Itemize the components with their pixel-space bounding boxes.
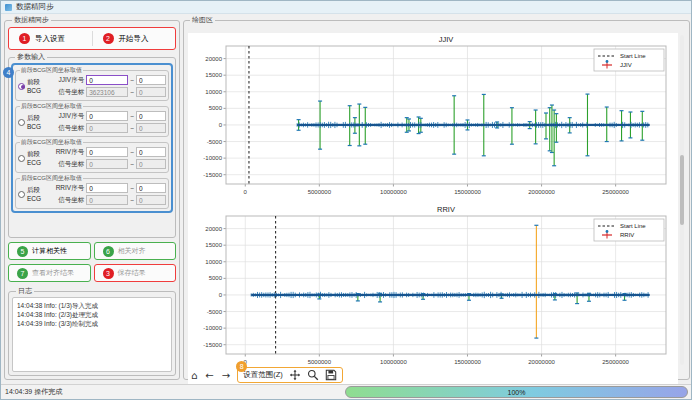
svg-text:Start Line: Start Line xyxy=(620,53,646,59)
svg-text:20000: 20000 xyxy=(205,226,222,232)
log-entry: 14:04:38 Info: (1/3)导入完成 xyxy=(17,301,167,310)
svg-text:-10000: -10000 xyxy=(203,155,222,161)
param-radio-3[interactable]: 前段ECG xyxy=(18,150,52,166)
param-input-from[interactable] xyxy=(86,183,128,193)
window-title: 数据精同步 xyxy=(16,2,54,12)
chart-jjiv: -15000-10000-500005000100001500020000050… xyxy=(188,33,676,203)
plot-area-title: 绘图区 xyxy=(190,15,215,25)
param-input-from[interactable] xyxy=(86,123,128,133)
save-icon[interactable] xyxy=(325,369,337,381)
radio-icon[interactable] xyxy=(18,191,25,198)
app-window: 数据精同步 数据精同步 1 导入设置 2 开始导入 参数输入 4 前段B xyxy=(0,0,692,400)
back-arrow-icon[interactable]: ← xyxy=(204,370,214,381)
svg-text:5000000: 5000000 xyxy=(308,359,332,365)
svg-text:15000: 15000 xyxy=(205,72,222,78)
param-input-from[interactable] xyxy=(86,111,128,121)
chart-scrollbar[interactable] xyxy=(680,35,684,365)
action-row-2: 7查看对齐结果3保存结果 xyxy=(8,264,176,282)
import-settings-button[interactable]: 1 导入设置 xyxy=(9,28,92,49)
svg-text:10000: 10000 xyxy=(205,89,222,95)
param-input-to[interactable] xyxy=(136,183,166,193)
log-box[interactable]: 14:04:38 Info: (1/3)导入完成14:04:38 Info: (… xyxy=(12,297,172,372)
param-field-label: 信号坐标 xyxy=(54,160,84,169)
param-input-to[interactable] xyxy=(136,195,166,205)
svg-text:JJIV: JJIV xyxy=(439,35,454,44)
tilde-separator: ~ xyxy=(130,89,134,96)
svg-text:20000000: 20000000 xyxy=(528,359,555,365)
param-section-title: 后段ECG区间坐标取值 xyxy=(20,174,83,183)
radio-icon[interactable] xyxy=(18,119,25,126)
param-section-4: 后段ECG区间坐标取值后段ECGRRIV序号~信号坐标~ xyxy=(15,174,169,209)
radio-label: 后段ECG xyxy=(27,186,52,202)
svg-text:10000000: 10000000 xyxy=(380,189,407,195)
title-bar: 数据精同步 xyxy=(1,1,691,14)
radio-label: 前段ECG xyxy=(27,150,52,166)
step-badge-4: 4 xyxy=(3,67,14,78)
param-field-label: 信号坐标 xyxy=(54,124,84,133)
radio-label: 后段BCG xyxy=(27,114,52,130)
param-input-from[interactable] xyxy=(86,75,128,85)
param-field-label: RRIV序号 xyxy=(54,184,84,193)
param-input-from[interactable] xyxy=(86,87,128,97)
param-radio-1[interactable]: 前段BCG xyxy=(18,78,52,94)
action-button-3[interactable]: 7查看对齐结果 xyxy=(8,264,91,282)
action-button-4[interactable]: 3保存结果 xyxy=(94,264,177,282)
param-sections: 前段BCG区间坐标取值前段BCGJJIV序号~信号坐标~后段BCG区间坐标取值后… xyxy=(15,66,169,210)
param-section-3: 前段ECG区间坐标取值前段ECGRRIV序号~信号坐标~ xyxy=(15,138,169,173)
param-input-to[interactable] xyxy=(136,111,166,121)
radio-label: 前段BCG xyxy=(27,78,52,94)
param-input-from[interactable] xyxy=(86,195,128,205)
param-input-from[interactable] xyxy=(86,159,128,169)
set-range-button[interactable]: 设置范围(Z) xyxy=(243,370,283,380)
chart-canvas: -15000-10000-500005000100001500020000050… xyxy=(188,33,678,385)
param-radio-2[interactable]: 后段BCG xyxy=(18,114,52,130)
forward-arrow-icon[interactable]: → xyxy=(221,370,231,381)
param-input-row: 信号坐标~ xyxy=(54,159,166,169)
action-button-label: 相关对齐 xyxy=(118,246,146,256)
param-input-to[interactable] xyxy=(136,147,166,157)
action-button-1[interactable]: 5计算相关性 xyxy=(8,242,91,260)
param-input-from[interactable] xyxy=(86,147,128,157)
radio-icon[interactable] xyxy=(18,83,25,90)
step-badge-1: 1 xyxy=(19,33,30,44)
param-field-label: 信号坐标 xyxy=(54,196,84,205)
param-field-label: JJIV序号 xyxy=(54,112,84,121)
home-icon[interactable]: ⌂ xyxy=(190,370,198,381)
chart-toolbar: ⌂ ← → 8 设置范围(Z) xyxy=(190,366,343,384)
import-settings-label: 导入设置 xyxy=(35,34,65,44)
log-group: 日志 14:04:38 Info: (1/3)导入完成14:04:38 Info… xyxy=(8,286,176,376)
chart-rriv: -15000-10000-500005000100001500020000050… xyxy=(188,203,676,373)
param-field-label: JJIV序号 xyxy=(54,76,84,85)
log-entry: 14:04:38 Info: (2/3)处理完成 xyxy=(17,310,167,319)
param-section-2: 后段BCG区间坐标取值后段BCGJJIV序号~信号坐标~ xyxy=(15,102,169,137)
svg-text:-5000: -5000 xyxy=(207,309,223,315)
radio-icon[interactable] xyxy=(18,155,25,162)
action-button-2[interactable]: 6相关对齐 xyxy=(94,242,177,260)
pan-icon[interactable] xyxy=(289,369,301,381)
param-input-to[interactable] xyxy=(136,123,166,133)
tilde-separator: ~ xyxy=(130,113,134,120)
tilde-separator: ~ xyxy=(130,125,134,132)
params-group: 参数输入 4 前段BCG区间坐标取值前段BCGJJIV序号~信号坐标~后段BCG… xyxy=(8,52,176,238)
status-text: 14:04:39 操作完成 xyxy=(1,387,62,397)
tilde-separator: ~ xyxy=(130,149,134,156)
svg-text:JJIV: JJIV xyxy=(620,62,632,68)
svg-text:RRIV: RRIV xyxy=(620,232,634,238)
params-blue-box: 4 前段BCG区间坐标取值前段BCGJJIV序号~信号坐标~后段BCG区间坐标取… xyxy=(11,63,173,213)
start-import-button[interactable]: 2 开始导入 xyxy=(93,28,176,49)
svg-text:5000: 5000 xyxy=(209,275,223,281)
plot-area-group: 绘图区 -15000-10000-50000500010000150002000… xyxy=(183,15,690,380)
param-input-to[interactable] xyxy=(136,75,166,85)
param-input-to[interactable] xyxy=(136,87,166,97)
svg-text:Start Line: Start Line xyxy=(620,223,646,229)
param-section-1: 前段BCG区间坐标取值前段BCGJJIV序号~信号坐标~ xyxy=(15,66,169,101)
param-input-row: 信号坐标~ xyxy=(54,123,166,133)
zoom-icon[interactable] xyxy=(307,369,319,381)
progress-bar: 100% xyxy=(345,386,688,398)
svg-text:RRIV: RRIV xyxy=(437,205,455,214)
scrollbar-thumb[interactable] xyxy=(680,155,684,225)
svg-text:-10000: -10000 xyxy=(203,325,222,331)
param-radio-4[interactable]: 后段ECG xyxy=(18,186,52,202)
log-group-title: 日志 xyxy=(16,286,34,296)
param-input-to[interactable] xyxy=(136,159,166,169)
